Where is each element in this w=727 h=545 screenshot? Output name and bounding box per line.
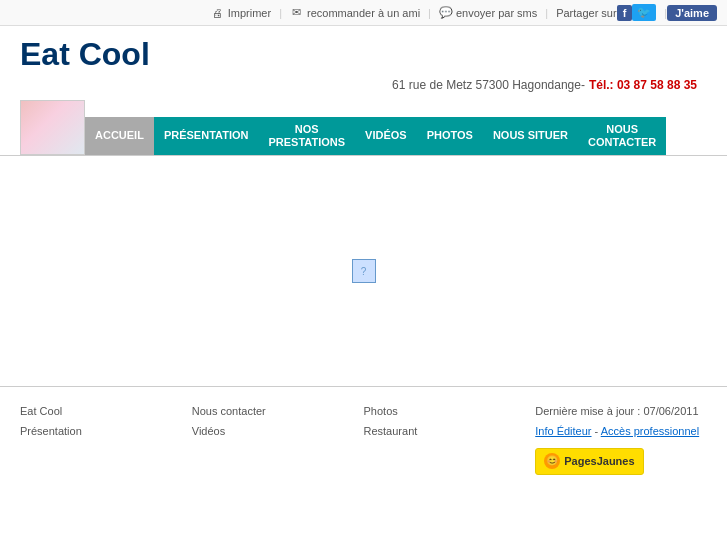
footer-col-2: Nous contacter Vidéos [192,402,364,475]
header-info: 61 rue de Metz 57300 Hagondange - Tél.: … [20,78,707,92]
jaime-label: J'aime [675,7,709,19]
recommend-icon: ✉ [290,6,304,20]
footer-links-row: Info Éditeur - Accès professionnel [535,422,707,442]
info-editeur-link[interactable]: Info Éditeur [535,425,591,437]
phone-number: Tél.: 03 87 58 88 35 [589,78,697,92]
nav-nous-contacter[interactable]: NOUSCONTACTER [578,117,666,155]
print-button[interactable]: 🖨 Imprimer [211,6,271,20]
nav-accueil[interactable]: ACCUEIL [85,117,154,155]
print-label: Imprimer [228,7,271,19]
footer-col-1: Eat Cool Présentation [20,402,192,475]
top-bar: 🖨 Imprimer | ✉ recommander à un ami | 💬 … [0,0,727,26]
footer-link-restaurant[interactable]: Restaurant [364,422,536,442]
pages-jaunes-badge[interactable]: 😊 PagesJaunes [535,448,643,476]
separator-1: | [279,7,282,19]
pages-jaunes-label: PagesJaunes [564,452,634,472]
twitter-button[interactable]: 🐦 [632,4,656,21]
print-icon: 🖨 [211,6,225,20]
footer-col-3: Photos Restaurant [364,402,536,475]
content-image-placeholder: ? [352,259,376,283]
separator-2: | [428,7,431,19]
last-update-text: Dernière mise à jour : 07/06/2011 [535,402,707,422]
jaime-button[interactable]: J'aime [667,5,717,21]
footer-col-4: Dernière mise à jour : 07/06/2011 Info É… [535,402,707,475]
facebook-button[interactable]: f [617,5,633,21]
logo-nav-row: ACCUEIL PRÉSENTATION NOSPRESTATIONS VIDÉ… [20,100,707,155]
logo-image [20,100,85,155]
nav-prestations[interactable]: NOSPRESTATIONS [258,117,355,155]
send-sms-button[interactable]: 💬 envoyer par sms [439,6,537,20]
main-nav: ACCUEIL PRÉSENTATION NOSPRESTATIONS VIDÉ… [85,117,666,155]
sms-icon: 💬 [439,6,453,20]
footer-link-photos[interactable]: Photos [364,402,536,422]
footer-link-videos[interactable]: Vidéos [192,422,364,442]
pages-jaunes-icon: 😊 [544,453,560,469]
main-content: ? [0,156,727,386]
address-text: 61 rue de Metz 57300 Hagondange [392,78,581,92]
nav-photos[interactable]: PHOTOS [417,117,483,155]
footer-link-nous-contacter[interactable]: Nous contacter [192,402,364,422]
header: Eat Cool 61 rue de Metz 57300 Hagondange… [0,26,727,155]
send-label: envoyer par sms [456,7,537,19]
recommend-button[interactable]: ✉ recommander à un ami [290,6,420,20]
nav-presentation[interactable]: PRÉSENTATION [154,117,259,155]
share-label-text: Partager sur [556,7,617,19]
footer: Eat Cool Présentation Nous contacter Vid… [0,387,727,490]
address-dash: - [581,78,585,92]
site-title: Eat Cool [20,36,707,73]
nav-videos[interactable]: VIDÉOS [355,117,417,155]
nav-nous-situer[interactable]: NOUS SITUER [483,117,578,155]
separator-3: | [545,7,548,19]
footer-link-presentation[interactable]: Présentation [20,422,192,442]
acces-professionnel-link[interactable]: Accès professionnel [601,425,699,437]
recommend-label: recommander à un ami [307,7,420,19]
footer-link-eat-cool[interactable]: Eat Cool [20,402,192,422]
